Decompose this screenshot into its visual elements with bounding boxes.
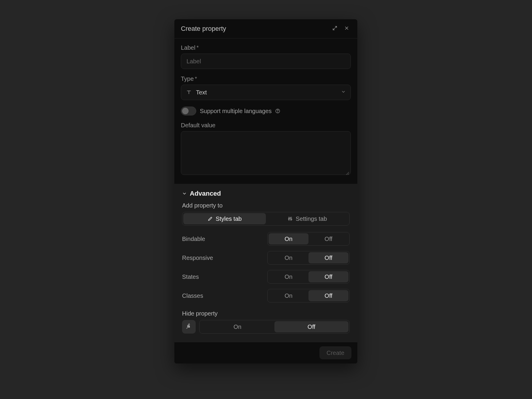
svg-point-3 (290, 218, 290, 218)
type-field-label-text: Type (181, 75, 194, 82)
type-field-label: Type * (181, 75, 351, 82)
default-value-label: Default value (181, 122, 351, 129)
hide-on[interactable]: On (200, 321, 274, 332)
label-field-label-text: Label (181, 44, 195, 51)
plug-icon (186, 323, 192, 330)
close-icon (344, 25, 349, 32)
expand-button[interactable] (331, 25, 339, 33)
states-toggle: On Off (267, 270, 350, 284)
responsive-toggle: On Off (267, 251, 350, 265)
default-value-input[interactable] (181, 131, 351, 175)
hide-property-label: Hide property (182, 310, 350, 317)
advanced-header[interactable]: Advanced (182, 190, 350, 197)
row-bindable: Bindable On Off (182, 232, 350, 246)
required-star: * (195, 76, 197, 82)
multilang-row: Support multiple languages (181, 107, 351, 115)
advanced-title: Advanced (190, 190, 221, 197)
pencil-icon (208, 216, 213, 221)
advanced-section: Advanced Add property to Styles tab (174, 184, 357, 342)
bindable-off[interactable]: Off (308, 233, 348, 244)
chevron-down-icon (341, 89, 346, 95)
toggle-knob (182, 108, 189, 114)
default-value-group: Default value (181, 122, 351, 176)
panel-footer: Create (174, 342, 357, 363)
states-off[interactable]: Off (308, 271, 348, 282)
panel-header: Create property (174, 19, 357, 38)
row-states-label: States (182, 273, 199, 280)
tab-styles[interactable]: Styles tab (183, 213, 266, 224)
create-button[interactable]: Create (319, 346, 351, 359)
responsive-on[interactable]: On (269, 252, 308, 263)
svg-point-4 (291, 219, 292, 220)
row-responsive: Responsive On Off (182, 251, 350, 265)
hide-property-section: Hide property On Off (182, 310, 350, 334)
tab-settings-label: Settings tab (296, 215, 327, 222)
add-property-to-tabs: Styles tab Settings tab (182, 212, 350, 226)
classes-toggle: On Off (267, 289, 350, 303)
multilang-toggle[interactable] (181, 107, 196, 115)
svg-point-2 (288, 218, 289, 219)
sliders-icon (287, 216, 293, 221)
bindable-toggle: On Off (267, 232, 350, 246)
help-icon[interactable] (275, 108, 280, 114)
responsive-off[interactable]: Off (308, 252, 348, 263)
row-states: States On Off (182, 270, 350, 284)
expand-icon (332, 25, 337, 32)
add-property-to-label: Add property to (182, 202, 350, 209)
close-button[interactable] (343, 25, 351, 33)
label-input[interactable] (181, 54, 351, 69)
svg-point-1 (278, 112, 278, 112)
row-bindable-label: Bindable (182, 236, 205, 242)
states-on[interactable]: On (269, 271, 308, 282)
classes-off[interactable]: Off (308, 290, 348, 301)
label-field-group: Label * (181, 44, 351, 69)
hide-property-row: On Off (182, 320, 350, 334)
create-property-panel: Create property Label * (174, 19, 357, 363)
text-type-icon (186, 89, 192, 95)
bindable-on[interactable]: On (269, 233, 308, 244)
label-field-label: Label * (181, 44, 351, 51)
bind-formula-button[interactable] (182, 320, 196, 334)
type-field-group: Type * Text (181, 75, 351, 100)
required-star: * (197, 45, 199, 51)
tab-settings[interactable]: Settings tab (266, 213, 348, 224)
hide-off[interactable]: Off (274, 321, 348, 332)
type-select-value: Text (196, 89, 337, 96)
property-toggles: Bindable On Off Responsive On Off States… (182, 232, 350, 303)
chevron-down-icon (182, 191, 187, 196)
multilang-label: Support multiple languages (200, 108, 271, 115)
panel-title: Create property (181, 25, 327, 33)
row-responsive-label: Responsive (182, 255, 213, 261)
row-classes: Classes On Off (182, 289, 350, 303)
hide-toggle: On Off (199, 320, 350, 334)
panel-body: Label * Type * Text (174, 38, 357, 184)
classes-on[interactable]: On (269, 290, 308, 301)
tab-styles-label: Styles tab (216, 215, 242, 222)
row-classes-label: Classes (182, 292, 203, 299)
type-select[interactable]: Text (181, 85, 351, 100)
